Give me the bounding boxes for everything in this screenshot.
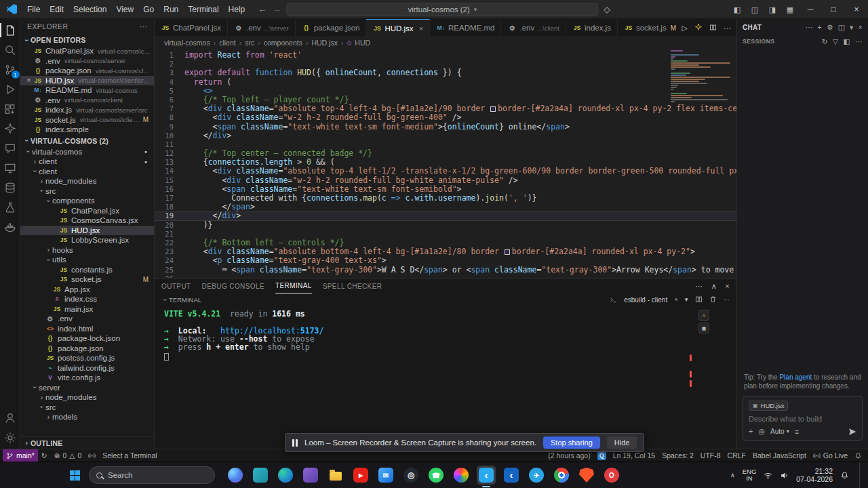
status-language-mode[interactable]: Babel JavaScript <box>749 449 810 462</box>
window-icon[interactable]: ▣ <box>698 323 709 333</box>
trash-icon[interactable] <box>709 296 717 304</box>
tree-item-tailwind.config.js[interactable]: ~tailwind.config.js <box>20 363 154 373</box>
code-editor[interactable]: 1import React from 'react'23export defau… <box>155 48 736 278</box>
tree-item-LobbyScreen.jsx[interactable]: JSLobbyScreen.jsx <box>20 235 154 245</box>
taskbar-app-edge[interactable] <box>276 466 295 485</box>
taskbar-app-obs[interactable]: ◎ <box>401 466 420 485</box>
tree-item-.env[interactable]: ⚙.env <box>20 314 154 324</box>
back-icon[interactable]: ← <box>258 4 267 14</box>
panel-tab-debug-console[interactable]: DEBUG CONSOLE <box>202 279 264 293</box>
tree-item-virtual-cosmos[interactable]: ›virtual-cosmos● <box>20 147 154 157</box>
context-chip[interactable]: ▣ HUD.jsx <box>749 401 788 411</box>
chat-icon[interactable] <box>0 138 20 158</box>
menu-edit[interactable]: Edit <box>45 3 68 16</box>
show-desktop-button[interactable] <box>859 462 861 488</box>
tree-item-package-lock.json[interactable]: {}package-lock.json <box>20 333 154 344</box>
taskbar-app-whatsapp[interactable]: ☎ <box>427 466 446 485</box>
more-icon[interactable]: ⋯ <box>724 296 730 304</box>
tab-HUD.jsx[interactable]: JSHUD.jsx× <box>366 19 430 37</box>
panel-tab-terminal[interactable]: TERMINAL <box>275 279 312 293</box>
status-encoding[interactable]: UTF-8 <box>697 449 724 462</box>
tree-item-main.jsx[interactable]: JSmain.jsx <box>20 304 154 314</box>
breadcrumb-item[interactable]: client <box>219 39 236 47</box>
tree-item-App.jsx[interactable]: JSApp.jsx <box>20 285 154 295</box>
taskbar-app-youtube[interactable]: ▶ <box>351 466 370 485</box>
tab-socket.js[interactable]: JSsocket.jsM <box>618 19 683 37</box>
panel-tab-spell-checker[interactable]: SPELL CHECKER <box>323 279 382 293</box>
close-editor-icon[interactable]: × <box>24 77 33 84</box>
terminal[interactable]: VITE v5.4.21 ready in 1616 ms→ Local: ht… <box>155 306 736 449</box>
tree-item-src[interactable]: ›src <box>20 186 154 197</box>
copilot-icon[interactable]: ◇ <box>604 5 610 14</box>
tree-item-index.css[interactable]: #index.css <box>20 294 154 304</box>
tree-item-src[interactable]: ›src <box>20 403 154 413</box>
taskbar-app-cube[interactable] <box>301 466 320 485</box>
taskbar-app-opera[interactable]: O <box>602 466 621 485</box>
breadcrumb-item[interactable]: components <box>264 39 302 47</box>
more-icon[interactable]: ⋯ <box>695 282 703 291</box>
open-editors-header[interactable]: › OPEN EDITORS <box>20 34 154 46</box>
taskbar-app-mail[interactable]: ✉ <box>376 466 395 485</box>
open-editor-item[interactable]: JSindex.jsvirtual-cosmos\server\src <box>20 105 154 115</box>
tree-item-CosmosCanvas.jsx[interactable]: JSCosmosCanvas.jsx <box>20 216 154 226</box>
hide-button[interactable]: Hide <box>607 436 637 449</box>
sliders-icon[interactable]: ≡ <box>795 428 799 436</box>
tree-item-components[interactable]: ›components <box>20 196 154 206</box>
tree-item-client[interactable]: ›client <box>20 167 154 177</box>
open-editor-item[interactable]: ×JSHUD.jsxvirtual-cosmos\client\src\comp… <box>20 76 154 86</box>
taskbar-app-vscode[interactable]: ‹ <box>477 466 496 485</box>
filter-icon[interactable]: ▽ <box>833 37 839 45</box>
workspace-header[interactable]: › VIRTUAL-COSMOS (2) <box>20 135 154 147</box>
tree-item-package.json[interactable]: {}package.json <box>20 344 154 354</box>
run-debug-icon[interactable] <box>0 79 20 99</box>
accounts-icon[interactable] <box>0 408 20 428</box>
more-actions-icon[interactable]: ⋯ <box>140 22 147 30</box>
tree-item-HUD.jsx[interactable]: JSHUD.jsx <box>20 226 154 236</box>
start-button[interactable] <box>65 466 84 485</box>
taskbar-app-paint[interactable] <box>452 466 471 485</box>
wifi-icon[interactable] <box>764 471 772 480</box>
split-icon[interactable] <box>695 296 703 304</box>
close-icon[interactable]: × <box>725 282 730 291</box>
panel-tab-output[interactable]: OUTPUT <box>161 279 191 293</box>
menu-terminal[interactable]: Terminal <box>183 3 223 16</box>
search-icon[interactable] <box>0 40 20 60</box>
split-icon[interactable] <box>709 24 717 33</box>
breadcrumb-item[interactable]: HUD.jsx <box>311 39 338 47</box>
taskbar-app-people[interactable] <box>251 466 270 485</box>
maximize-button[interactable]: □ <box>822 0 845 19</box>
open-editor-item[interactable]: JSChatPanel.jsxvirtual-cosmos\client\src… <box>20 46 154 56</box>
open-editor-item[interactable]: {}index.simple <box>20 125 154 135</box>
settings-icon[interactable] <box>0 428 20 447</box>
plus-icon[interactable]: + <box>818 23 822 31</box>
status-ports[interactable] <box>85 449 99 462</box>
model-selector[interactable]: Auto ▾ <box>770 428 789 435</box>
refresh-icon[interactable]: ↻ <box>822 37 828 45</box>
chevron-down-icon[interactable]: ▾ <box>850 23 854 31</box>
layout-panel-icon[interactable]: ◫ <box>746 5 764 14</box>
forward-icon[interactable]: → <box>272 4 281 14</box>
menu-view[interactable]: View <box>111 3 138 16</box>
tree-item-vite.config.js[interactable]: Vvite.config.js <box>20 373 154 383</box>
tree-item-node_modules[interactable]: ›node_modules <box>20 176 154 186</box>
taskbar-clock[interactable]: 21:32 07-04-2026 <box>796 467 833 484</box>
more-icon[interactable]: ⋯ <box>806 23 813 31</box>
more-icon[interactable]: ⋯ <box>855 37 863 45</box>
taskbar-search[interactable]: Search <box>89 466 215 484</box>
close-tab-icon[interactable]: × <box>419 24 423 33</box>
layout-secondary-icon[interactable]: ◨ <box>764 5 781 14</box>
chat-input-placeholder[interactable]: Describe what to build <box>749 415 856 423</box>
chevron-down-icon[interactable]: ▾ <box>685 296 688 304</box>
plan-agent-link[interactable]: Plan agent <box>779 373 812 381</box>
taskbar-app-copilot[interactable] <box>226 466 245 485</box>
sessions-header[interactable]: SESSIONS ↻▽◧⋯ <box>737 35 868 47</box>
database-icon[interactable] <box>0 178 20 197</box>
tab-README.md[interactable]: M↓README.md <box>430 19 501 37</box>
layout-icon[interactable]: ◧ <box>844 37 850 45</box>
tree-item-ChatPanel.jsx[interactable]: JSChatPanel.jsx <box>20 206 154 216</box>
testing-icon[interactable] <box>0 197 20 217</box>
status-eol[interactable]: CRLF <box>724 449 749 462</box>
breadcrumb[interactable]: virtual-cosmos›client›src›components›HUD… <box>155 37 736 48</box>
tree-item-postcss.config.js[interactable]: JSpostcss.config.js <box>20 353 154 363</box>
status-indentation[interactable]: Spaces: 2 <box>658 449 697 462</box>
